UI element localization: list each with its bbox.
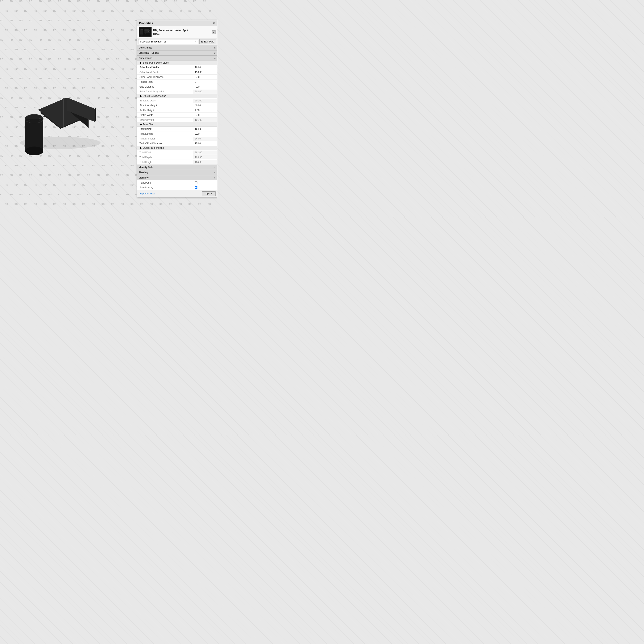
prop-row-tank-diameter: Tank Diameter 64.00	[137, 136, 217, 141]
prop-value-structure-height[interactable]: 40.00	[193, 103, 217, 107]
section-dimensions-label: Dimensions	[139, 57, 152, 60]
prop-row-tank-height: Tank Height 164.00	[137, 127, 217, 131]
watermark-text: RD	[208, 10, 211, 12]
prop-label-structure-depth: Structure Depth	[137, 99, 193, 103]
watermark-text: RD	[130, 203, 134, 205]
checkbox-panels-array-input[interactable]	[195, 186, 197, 189]
prop-label-total-width: Total Width	[137, 151, 193, 155]
section-visibility[interactable]: Visibility »	[137, 175, 217, 180]
watermark-text: RD	[198, 203, 201, 205]
prop-value-gap-distance[interactable]: 4.00	[193, 85, 217, 89]
subsection-overall-arrow-icon: ▶	[140, 147, 142, 149]
watermark-text: RD	[130, 164, 134, 167]
watermark-text: RD	[121, 29, 124, 31]
watermark-text: RD	[126, 0, 129, 2]
section-electrical-loads-chevron: «	[214, 51, 216, 55]
prop-row-panels-array: Panels Array	[137, 185, 217, 190]
prop-row-tank-length: Tank Length 0.00	[137, 131, 217, 136]
prop-checkbox-panels-array[interactable]	[193, 186, 217, 189]
watermark-text: RD	[126, 116, 129, 118]
subsection-structure-dimensions[interactable]: ▶ Structure Dimensions	[137, 94, 217, 98]
section-constraints[interactable]: Constraints «	[137, 45, 217, 50]
prop-label-panels-array: Panels Array	[137, 186, 193, 190]
watermark-text: RD	[121, 184, 124, 186]
panel-arrow-button[interactable]: ▼	[212, 30, 216, 34]
prop-label-structure-height: Structure Height	[137, 103, 193, 107]
svg-point-16	[140, 34, 143, 36]
prop-row-panel-one: Panel One	[137, 180, 217, 185]
prop-label-solar-panel-width: Solar Panel Width	[137, 65, 193, 69]
subsection-overall-dimensions[interactable]: ▶ Overall Dimensions	[137, 146, 217, 150]
prop-row-solar-panel-array-width: Solar Panel Array Width 202.00	[137, 89, 217, 94]
svg-point-10	[25, 147, 43, 155]
prop-value-panels-num[interactable]: 2	[193, 80, 217, 84]
edit-type-button[interactable]: ⊞ Edit Type	[199, 39, 216, 44]
watermark-text: RD	[130, 126, 134, 128]
subsection-arrow-icon: ▶	[140, 61, 142, 64]
prop-label-solar-panel-array-width: Solar Panel Array Width	[137, 90, 193, 94]
section-visibility-chevron: »	[214, 176, 216, 179]
properties-help-link[interactable]: Properties help	[139, 192, 155, 195]
watermark-text: RD	[198, 10, 201, 12]
prop-value-solar-panel-width[interactable]: 99.00	[193, 65, 217, 69]
prop-row-structure-height: Structure Height 40.00	[137, 103, 217, 108]
close-button[interactable]: ×	[213, 22, 215, 25]
prop-value-total-depth: 196.98	[193, 155, 217, 159]
section-dimensions-chevron: »	[214, 57, 216, 60]
prop-value-solar-panel-depth[interactable]: 198.00	[193, 70, 217, 74]
prop-value-solar-panel-thickness[interactable]: 5.00	[193, 75, 217, 79]
section-electrical-loads[interactable]: Electrical - Loads «	[137, 50, 217, 56]
subsection-structure-dimensions-label: Structure Dimensions	[143, 95, 166, 97]
prop-label-solar-panel-depth: Solar Panel Depth	[137, 70, 193, 74]
prop-checkbox-panel-one[interactable]	[193, 181, 217, 185]
prop-row-solar-panel-thickness: Solar Panel Thickness 5.00	[137, 75, 217, 79]
prop-row-panels-num: Panels Num 2	[137, 79, 217, 84]
checkbox-panel-one-input[interactable]	[195, 181, 197, 184]
prop-value-profile-height[interactable]: 4.00	[193, 108, 217, 112]
section-identity-data-label: Identity Data	[139, 166, 153, 169]
props-scroll[interactable]: Constraints « Electrical - Loads « Dimen…	[137, 45, 217, 190]
prop-value-profile-width[interactable]: 3.00	[193, 113, 217, 117]
svg-rect-9	[25, 119, 43, 151]
prop-label-profile-height: Profile Height	[137, 108, 193, 112]
watermark-text: RD	[174, 0, 177, 2]
subsection-solar-panel-dimensions[interactable]: ▶ Solar Panel Dimensions	[137, 61, 217, 65]
category-select[interactable]: Specialty Equipment (1)	[138, 39, 198, 44]
watermark-text: RD	[179, 203, 182, 205]
prop-value-tank-offset-distance[interactable]: 15.00	[193, 141, 217, 146]
section-phasing-label: Phasing	[139, 171, 148, 174]
section-identity-data-chevron: «	[214, 166, 216, 169]
watermark-text: RD	[121, 48, 124, 51]
subsection-tank-size[interactable]: ▶ Tank Size	[137, 122, 217, 127]
watermark-text: RD	[145, 0, 148, 2]
model-area	[0, 0, 121, 217]
prop-value-tank-diameter: 64.00	[193, 137, 217, 141]
watermark-text: RD	[121, 106, 124, 109]
watermark-text: RD	[169, 10, 172, 12]
panel-title: Properties	[139, 22, 153, 25]
prop-value-tank-length[interactable]: 0.00	[193, 132, 217, 136]
subsection-structure-arrow-icon: ▶	[140, 95, 142, 97]
watermark-text: RD	[130, 106, 134, 109]
prop-row-profile-height: Profile Height 4.00	[137, 108, 217, 113]
apply-button[interactable]: Apply	[202, 191, 216, 196]
section-phasing-chevron: «	[214, 171, 216, 174]
watermark-text: RD	[208, 203, 211, 205]
watermark-text: RD	[169, 203, 172, 205]
prop-row-profile-width: Profile Width 3.00	[137, 113, 217, 118]
prop-row-solar-panel-width: Solar Panel Width 99.00	[137, 65, 217, 70]
prop-value-total-width: 281.00	[193, 151, 217, 155]
svg-marker-7	[95, 108, 96, 122]
section-phasing[interactable]: Phasing «	[137, 170, 217, 175]
selector-row: Specialty Equipment (1) ⊞ Edit Type	[137, 38, 217, 45]
preview-image	[139, 28, 151, 36]
section-identity-data[interactable]: Identity Data «	[137, 165, 217, 170]
prop-value-tank-height[interactable]: 164.00	[193, 127, 217, 131]
prop-row-total-width: Total Width 281.00	[137, 150, 217, 155]
section-dimensions[interactable]: Dimensions »	[137, 56, 217, 61]
prop-row-tank-offset-distance: Tank Offset Distance 15.00	[137, 141, 217, 146]
watermark-text: RD	[121, 164, 124, 167]
watermark-text: RD	[179, 10, 182, 12]
watermark-text: RD	[121, 68, 124, 70]
prop-label-tank-offset-distance: Tank Offset Distance	[137, 141, 193, 146]
